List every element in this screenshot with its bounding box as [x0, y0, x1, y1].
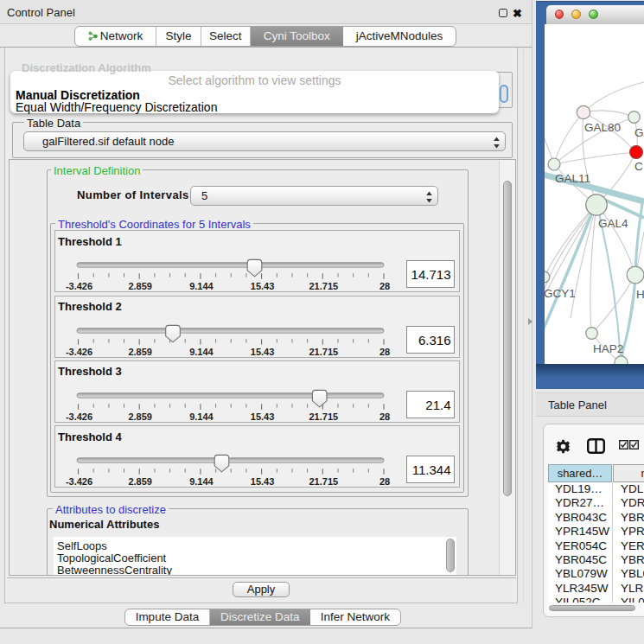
svg-text:GAL11: GAL11: [555, 172, 590, 185]
svg-text:GCY1: GCY1: [545, 287, 576, 300]
svg-text:GAL80: GAL80: [584, 121, 621, 134]
svg-text:GA: GA: [634, 126, 644, 139]
svg-text:H: H: [636, 288, 644, 301]
svg-text:HAP2: HAP2: [593, 342, 623, 355]
svg-text:GAL4: GAL4: [598, 217, 628, 230]
svg-text:C: C: [634, 160, 643, 173]
